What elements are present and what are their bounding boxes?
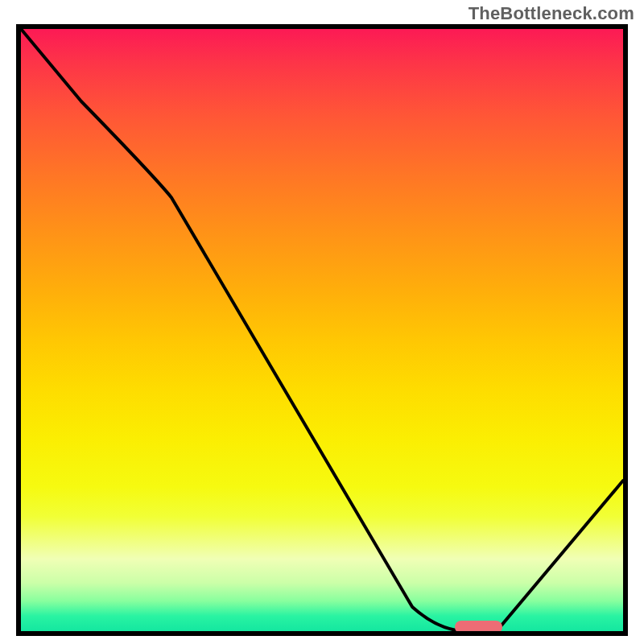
optimal-zone-marker bbox=[455, 621, 503, 634]
bottleneck-curve bbox=[21, 29, 623, 631]
chart-page: TheBottleneck.com bbox=[0, 0, 644, 644]
watermark-text: TheBottleneck.com bbox=[469, 3, 634, 24]
plot-area bbox=[16, 24, 628, 636]
